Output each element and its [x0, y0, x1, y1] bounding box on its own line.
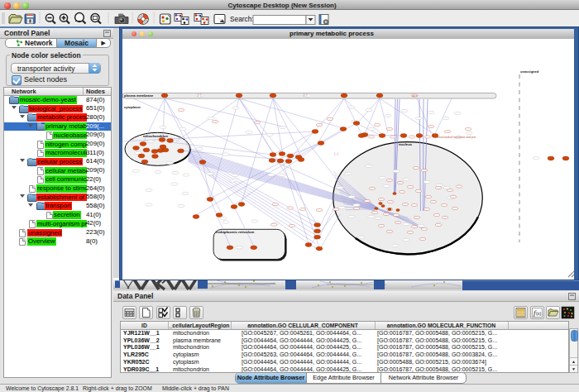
svg-text:ion tr: ion tr — [412, 94, 419, 98]
svg-text:[...]: [...] — [304, 93, 308, 96]
svg-text:unassigned: unassigned — [520, 69, 539, 74]
svg-text:mitochondrial translation and: mitochondrial translation and prot — [437, 136, 476, 139]
svg-text:mitochondrion: mitochondrion — [143, 133, 168, 137]
svg-text:plasma membrane: plasma membrane — [124, 93, 154, 98]
svg-text:Search:: Search: — [230, 15, 254, 23]
svg-text:nucleus: nucleus — [399, 142, 413, 146]
svg-text:cytoplasm: cytoplasm — [124, 105, 141, 109]
svg-text:[...]: [...] — [198, 93, 202, 96]
svg-text:(...): (...) — [334, 152, 338, 155]
svg-text:endoplasmic reticulum: endoplasmic reticulum — [215, 230, 254, 234]
svg-text:(x): (x) — [536, 311, 542, 316]
